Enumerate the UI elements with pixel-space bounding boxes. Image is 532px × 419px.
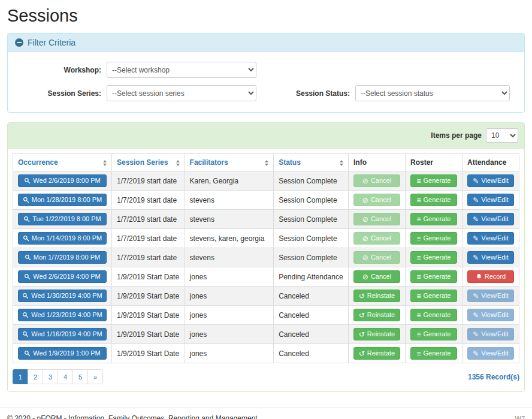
undo-icon: ↺ xyxy=(359,350,365,357)
reinstate-button[interactable]: ↺Reinstate xyxy=(353,328,400,340)
roster-cell: ≡Generate xyxy=(405,344,462,363)
column-header-occurrence[interactable]: Occurrence xyxy=(13,154,112,171)
occurrence-button[interactable]: Mon 1/28/2019 8:00 PM xyxy=(18,194,107,206)
column-header-facilitators[interactable]: Facilitators xyxy=(185,154,274,171)
generate-button[interactable]: ≡Generate xyxy=(410,328,457,340)
pagination-page-1-button[interactable]: 1 xyxy=(13,369,28,384)
pagination-page-5-button[interactable]: 5 xyxy=(72,369,88,384)
table-row: Mon 1/28/2019 8:00 PM1/7/2019 start date… xyxy=(13,191,519,210)
occurrence-button[interactable]: Wed 2/6/2019 8:00 PM xyxy=(18,174,107,187)
occurrence-button[interactable]: Mon 1/14/2019 8:00 PM xyxy=(18,232,107,245)
table-row: Wed 1/30/2019 4:00 PM1/9/2019 Start Date… xyxy=(13,287,519,306)
session-series-cell: 1/9/2019 Start Date xyxy=(112,267,185,287)
info-cell: ⊘Cancel xyxy=(348,210,405,229)
search-icon xyxy=(24,273,31,280)
table-row: Wed 1/9/2019 1:00 PM1/9/2019 Start Datej… xyxy=(13,344,519,363)
workshop-select[interactable]: --Select workshop xyxy=(107,62,256,78)
session-series-label: Session Series: xyxy=(14,89,107,98)
view-edit-button[interactable]: ✎View/Edit xyxy=(467,328,514,340)
pencil-icon: ✎ xyxy=(473,235,479,242)
table-row: Wed 2/6/2019 8:00 PM1/7/2019 start dateK… xyxy=(13,171,519,191)
occurrence-button[interactable]: Wed 2/6/2019 4:00 PM xyxy=(18,270,107,283)
search-icon xyxy=(25,254,31,261)
facilitators-cell: stevens xyxy=(185,210,274,229)
filter-criteria-panel: Filter Criteria Workshop: --Select works… xyxy=(7,33,525,113)
generate-button[interactable]: ≡Generate xyxy=(410,213,457,225)
pagination-page-4-button[interactable]: 4 xyxy=(58,369,73,384)
search-icon xyxy=(23,216,30,222)
view-edit-button[interactable]: ✎View/Edit xyxy=(467,232,514,245)
occurrence-button[interactable]: Tue 1/22/2019 8:00 PM xyxy=(18,213,107,225)
page-container: Sessions Filter Criteria Workshop: --Sel… xyxy=(0,6,532,392)
view-edit-button[interactable]: ✎View/Edit xyxy=(467,213,514,225)
view-edit-button[interactable]: ✎View/Edit xyxy=(467,194,514,206)
generate-button[interactable]: ≡Generate xyxy=(410,251,457,264)
attendance-cell: ✎View/Edit xyxy=(462,287,519,306)
ban-icon: ⊘ xyxy=(362,177,368,185)
info-cell: ⊘Cancel xyxy=(348,191,405,210)
session-series-cell: 1/7/2019 start date xyxy=(112,191,185,210)
generate-button[interactable]: ≡Generate xyxy=(410,270,457,283)
cancel-button[interactable]: ⊘Cancel xyxy=(353,270,400,283)
search-icon xyxy=(24,177,31,184)
generate-button[interactable]: ≡Generate xyxy=(410,290,457,302)
info-cell: ↺Reinstate xyxy=(348,325,405,344)
column-header-session-series[interactable]: Session Series xyxy=(112,154,185,171)
occurrence-cell: Tue 1/22/2019 8:00 PM xyxy=(13,210,112,229)
info-cell: ⊘Cancel xyxy=(348,229,405,248)
session-series-cell: 1/9/2019 Start Date xyxy=(112,306,185,325)
bell-icon xyxy=(476,273,482,280)
occurrence-cell: Wed 2/6/2019 4:00 PM xyxy=(13,267,112,287)
pencil-icon: ✎ xyxy=(473,254,479,261)
pagination-row: 12345» 1356 Record(s) xyxy=(13,369,519,384)
session-series-select[interactable]: --Select session series xyxy=(107,85,256,101)
facilitators-cell: jones xyxy=(185,306,274,325)
view-edit-button[interactable]: ✎View/Edit xyxy=(467,290,514,302)
view-edit-button[interactable]: ✎View/Edit xyxy=(467,174,514,187)
occurrence-button[interactable]: Wed 1/23/2019 4:00 PM xyxy=(18,309,107,321)
cancel-button[interactable]: ⊘Cancel xyxy=(353,232,400,245)
items-per-page-select[interactable]: 10 xyxy=(486,128,518,143)
sessions-table-body: Occurrence Session Series Facilitators S… xyxy=(8,149,524,391)
reinstate-button[interactable]: ↺Reinstate xyxy=(353,290,400,302)
facilitators-cell: stevens xyxy=(185,248,274,267)
reinstate-button[interactable]: ↺Reinstate xyxy=(353,309,400,321)
generate-button[interactable]: ≡Generate xyxy=(410,194,457,206)
facilitators-cell: stevens, karen, georgia xyxy=(185,229,274,248)
generate-button[interactable]: ≡Generate xyxy=(410,174,457,187)
pagination: 12345» xyxy=(13,369,103,384)
record-button[interactable]: Record xyxy=(467,270,514,283)
view-edit-button[interactable]: ✎View/Edit xyxy=(467,251,514,264)
occurrence-button[interactable]: Mon 1/7/2019 8:00 PM xyxy=(18,251,107,264)
cancel-button[interactable]: ⊘Cancel xyxy=(353,213,400,225)
generate-button[interactable]: ≡Generate xyxy=(410,347,457,360)
generate-button[interactable]: ≡Generate xyxy=(410,309,457,321)
list-icon: ≡ xyxy=(417,273,421,281)
column-header-status[interactable]: Status xyxy=(274,154,349,171)
view-edit-button[interactable]: ✎View/Edit xyxy=(467,347,514,360)
filter-criteria-header[interactable]: Filter Criteria xyxy=(8,34,524,52)
occurrence-cell: Mon 1/14/2019 8:00 PM xyxy=(13,229,112,248)
reinstate-button[interactable]: ↺Reinstate xyxy=(353,347,400,360)
cancel-button[interactable]: ⊘Cancel xyxy=(353,194,400,206)
generate-button[interactable]: ≡Generate xyxy=(410,232,457,245)
occurrence-button[interactable]: Wed 1/9/2019 1:00 PM xyxy=(18,347,107,360)
status-cell: Pending Attendance xyxy=(274,267,349,287)
pagination-page-3-button[interactable]: 3 xyxy=(43,369,58,384)
table-row: Mon 1/14/2019 8:00 PM1/7/2019 start date… xyxy=(13,229,519,248)
collapse-minus-icon[interactable] xyxy=(15,38,23,47)
occurrence-button[interactable]: Wed 1/30/2019 4:00 PM xyxy=(18,290,107,302)
session-status-select[interactable]: --Select session status xyxy=(355,85,510,101)
session-series-cell: 1/9/2019 Start Date xyxy=(112,344,185,363)
attendance-cell: ✎View/Edit xyxy=(462,325,519,344)
roster-cell: ≡Generate xyxy=(405,229,462,248)
cancel-button[interactable]: ⊘Cancel xyxy=(353,251,400,264)
view-edit-button[interactable]: ✎View/Edit xyxy=(467,309,514,321)
facilitators-cell: Karen, Georgia xyxy=(185,171,274,191)
pagination-next-button[interactable]: » xyxy=(87,369,103,384)
record-count: 1356 Record(s) xyxy=(468,373,519,381)
column-header-roster: Roster xyxy=(405,154,462,171)
occurrence-button[interactable]: Wed 1/16/2019 4:00 PM xyxy=(18,328,107,340)
cancel-button[interactable]: ⊘Cancel xyxy=(353,174,400,187)
pagination-page-2-button[interactable]: 2 xyxy=(28,369,43,384)
